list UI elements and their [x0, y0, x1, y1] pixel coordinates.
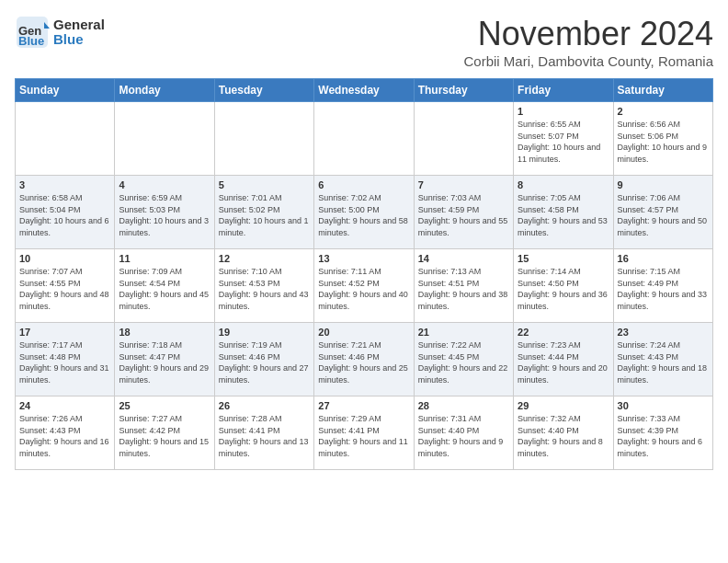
- calendar-cell-1-7: 2Sunrise: 6:56 AM Sunset: 5:06 PM Daylig…: [613, 102, 712, 176]
- calendar-header-sunday: Sunday: [16, 79, 115, 102]
- day-number: 26: [219, 400, 310, 411]
- calendar-cell-2-1: 3Sunrise: 6:58 AM Sunset: 5:04 PM Daylig…: [16, 176, 115, 249]
- calendar-header-thursday: Thursday: [414, 79, 513, 102]
- calendar-cell-3-4: 13Sunrise: 7:11 AM Sunset: 4:52 PM Dayli…: [314, 249, 414, 323]
- calendar-cell-1-1: [16, 102, 115, 176]
- calendar-table: SundayMondayTuesdayWednesdayThursdayFrid…: [15, 78, 713, 470]
- calendar-cell-3-6: 15Sunrise: 7:14 AM Sunset: 4:50 PM Dayli…: [514, 249, 613, 323]
- day-info: Sunrise: 7:13 AM Sunset: 4:51 PM Dayligh…: [418, 266, 509, 312]
- day-info: Sunrise: 7:32 AM Sunset: 4:40 PM Dayligh…: [518, 413, 609, 459]
- day-info: Sunrise: 7:05 AM Sunset: 4:58 PM Dayligh…: [518, 192, 609, 238]
- calendar-cell-1-6: 1Sunrise: 6:55 AM Sunset: 5:07 PM Daylig…: [514, 102, 613, 176]
- calendar-cell-2-3: 5Sunrise: 7:01 AM Sunset: 5:02 PM Daylig…: [214, 176, 313, 249]
- day-info: Sunrise: 7:18 AM Sunset: 4:47 PM Dayligh…: [119, 339, 210, 385]
- day-number: 9: [618, 179, 709, 190]
- calendar-cell-2-7: 9Sunrise: 7:06 AM Sunset: 4:57 PM Daylig…: [613, 176, 712, 249]
- calendar-cell-5-4: 27Sunrise: 7:29 AM Sunset: 4:41 PM Dayli…: [314, 396, 414, 470]
- day-info: Sunrise: 7:01 AM Sunset: 5:02 PM Dayligh…: [219, 192, 310, 238]
- day-info: Sunrise: 7:27 AM Sunset: 4:42 PM Dayligh…: [119, 413, 210, 459]
- day-number: 21: [418, 327, 509, 338]
- day-info: Sunrise: 7:17 AM Sunset: 4:48 PM Dayligh…: [19, 339, 110, 385]
- day-number: 18: [119, 327, 210, 338]
- calendar-cell-5-3: 26Sunrise: 7:28 AM Sunset: 4:41 PM Dayli…: [214, 396, 313, 470]
- day-number: 29: [518, 400, 609, 411]
- day-number: 6: [318, 179, 409, 190]
- calendar-cell-3-3: 12Sunrise: 7:10 AM Sunset: 4:53 PM Dayli…: [214, 249, 313, 323]
- day-info: Sunrise: 7:06 AM Sunset: 4:57 PM Dayligh…: [618, 192, 709, 238]
- calendar-cell-5-6: 29Sunrise: 7:32 AM Sunset: 4:40 PM Dayli…: [514, 396, 613, 470]
- calendar-cell-4-2: 18Sunrise: 7:18 AM Sunset: 4:47 PM Dayli…: [115, 323, 214, 396]
- day-number: 25: [119, 400, 210, 411]
- day-info: Sunrise: 6:56 AM Sunset: 5:06 PM Dayligh…: [618, 119, 709, 165]
- day-number: 4: [119, 179, 210, 190]
- calendar-week-4: 17Sunrise: 7:17 AM Sunset: 4:48 PM Dayli…: [16, 323, 713, 396]
- day-number: 16: [618, 253, 709, 264]
- day-number: 1: [518, 106, 609, 117]
- calendar-header-wednesday: Wednesday: [314, 79, 414, 102]
- calendar-header-row: SundayMondayTuesdayWednesdayThursdayFrid…: [16, 79, 713, 102]
- calendar-cell-3-1: 10Sunrise: 7:07 AM Sunset: 4:55 PM Dayli…: [16, 249, 115, 323]
- day-number: 8: [518, 179, 609, 190]
- day-info: Sunrise: 7:19 AM Sunset: 4:46 PM Dayligh…: [219, 339, 310, 385]
- calendar-cell-3-7: 16Sunrise: 7:15 AM Sunset: 4:49 PM Dayli…: [613, 249, 712, 323]
- logo-general: General: [53, 17, 105, 33]
- day-info: Sunrise: 7:21 AM Sunset: 4:46 PM Dayligh…: [318, 339, 409, 385]
- day-number: 23: [618, 327, 709, 338]
- calendar-header-saturday: Saturday: [613, 79, 712, 102]
- calendar-cell-5-7: 30Sunrise: 7:33 AM Sunset: 4:39 PM Dayli…: [613, 396, 712, 470]
- day-info: Sunrise: 7:07 AM Sunset: 4:55 PM Dayligh…: [19, 266, 110, 312]
- day-number: 2: [618, 106, 709, 117]
- calendar-cell-5-2: 25Sunrise: 7:27 AM Sunset: 4:42 PM Dayli…: [115, 396, 214, 470]
- calendar-cell-2-4: 6Sunrise: 7:02 AM Sunset: 5:00 PM Daylig…: [314, 176, 414, 249]
- calendar-cell-1-2: [115, 102, 214, 176]
- day-number: 7: [418, 179, 509, 190]
- day-info: Sunrise: 7:31 AM Sunset: 4:40 PM Dayligh…: [418, 413, 509, 459]
- title-section: November 2024 Corbii Mari, Dambovita Cou…: [464, 15, 714, 69]
- svg-text:Blue: Blue: [18, 34, 44, 48]
- day-number: 5: [219, 179, 310, 190]
- calendar-week-3: 10Sunrise: 7:07 AM Sunset: 4:55 PM Dayli…: [16, 249, 713, 323]
- day-info: Sunrise: 7:03 AM Sunset: 4:59 PM Dayligh…: [418, 192, 509, 238]
- calendar-cell-4-3: 19Sunrise: 7:19 AM Sunset: 4:46 PM Dayli…: [214, 323, 313, 396]
- day-number: 12: [219, 253, 310, 264]
- day-number: 15: [518, 253, 609, 264]
- day-info: Sunrise: 7:33 AM Sunset: 4:39 PM Dayligh…: [618, 413, 709, 459]
- day-number: 10: [19, 253, 110, 264]
- day-info: Sunrise: 7:09 AM Sunset: 4:54 PM Dayligh…: [119, 266, 210, 312]
- calendar-header-tuesday: Tuesday: [214, 79, 313, 102]
- calendar-cell-2-6: 8Sunrise: 7:05 AM Sunset: 4:58 PM Daylig…: [514, 176, 613, 249]
- calendar-header-friday: Friday: [514, 79, 613, 102]
- calendar-cell-4-5: 21Sunrise: 7:22 AM Sunset: 4:45 PM Dayli…: [414, 323, 513, 396]
- calendar-header-monday: Monday: [115, 79, 214, 102]
- day-info: Sunrise: 7:14 AM Sunset: 4:50 PM Dayligh…: [518, 266, 609, 312]
- day-number: 11: [119, 253, 210, 264]
- day-number: 19: [219, 327, 310, 338]
- calendar-cell-4-6: 22Sunrise: 7:23 AM Sunset: 4:44 PM Dayli…: [514, 323, 613, 396]
- calendar-cell-4-7: 23Sunrise: 7:24 AM Sunset: 4:43 PM Dayli…: [613, 323, 712, 396]
- calendar-cell-4-1: 17Sunrise: 7:17 AM Sunset: 4:48 PM Dayli…: [16, 323, 115, 396]
- logo-icon: Gen Blue: [15, 15, 50, 50]
- day-number: 13: [318, 253, 409, 264]
- calendar-cell-3-5: 14Sunrise: 7:13 AM Sunset: 4:51 PM Dayli…: [414, 249, 513, 323]
- logo-blue-text: Blue: [53, 32, 105, 48]
- day-number: 17: [19, 327, 110, 338]
- calendar-week-2: 3Sunrise: 6:58 AM Sunset: 5:04 PM Daylig…: [16, 176, 713, 249]
- month-title: November 2024: [464, 15, 714, 53]
- page-header: Gen Blue General Blue November 2024 Corb…: [15, 15, 713, 69]
- calendar-week-1: 1Sunrise: 6:55 AM Sunset: 5:07 PM Daylig…: [16, 102, 713, 176]
- day-number: 22: [518, 327, 609, 338]
- day-number: 27: [318, 400, 409, 411]
- day-number: 20: [318, 327, 409, 338]
- day-info: Sunrise: 7:22 AM Sunset: 4:45 PM Dayligh…: [418, 339, 509, 385]
- day-info: Sunrise: 7:10 AM Sunset: 4:53 PM Dayligh…: [219, 266, 310, 312]
- day-number: 28: [418, 400, 509, 411]
- logo: Gen Blue General Blue: [15, 15, 105, 50]
- calendar-cell-2-2: 4Sunrise: 6:59 AM Sunset: 5:03 PM Daylig…: [115, 176, 214, 249]
- day-number: 14: [418, 253, 509, 264]
- day-info: Sunrise: 7:29 AM Sunset: 4:41 PM Dayligh…: [318, 413, 409, 459]
- day-info: Sunrise: 7:11 AM Sunset: 4:52 PM Dayligh…: [318, 266, 409, 312]
- calendar-cell-1-5: [414, 102, 513, 176]
- calendar-cell-1-3: [214, 102, 313, 176]
- calendar-cell-4-4: 20Sunrise: 7:21 AM Sunset: 4:46 PM Dayli…: [314, 323, 414, 396]
- day-info: Sunrise: 6:58 AM Sunset: 5:04 PM Dayligh…: [19, 192, 110, 238]
